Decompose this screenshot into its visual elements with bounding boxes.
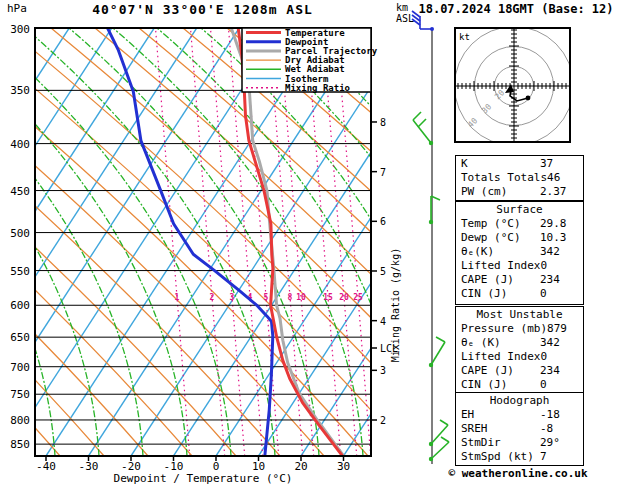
panel-row-label: K <box>461 157 540 171</box>
km-unit: km <box>396 2 414 13</box>
panel-row: EH-18 <box>456 408 583 422</box>
km-tick-label: 6 <box>380 216 386 227</box>
panel-row-value: 234 <box>540 273 578 287</box>
panel-row-value: -18 <box>540 408 578 422</box>
pressure-tick-label: 350 <box>10 84 30 97</box>
panel-row-value: 29° <box>540 436 578 450</box>
panel-row: θₑ(K)342 <box>456 245 583 259</box>
panel-row: SREH-8 <box>456 422 583 436</box>
panel-row: Pressure (mb)879 <box>456 322 583 336</box>
copyright: © weatheronline.co.uk <box>447 467 589 480</box>
wind-barb <box>429 196 440 224</box>
pressure-tick-label: 400 <box>10 138 30 151</box>
mixing-ratio-label: 3 <box>230 293 235 302</box>
panel-row-label: θₑ (K) <box>461 336 540 350</box>
panel-table-most-unstable: Most UnstablePressure (mb)879θₑ (K)342Li… <box>455 306 584 394</box>
panel-row: Lifted Index0 <box>456 259 583 273</box>
panel-row-label: EH <box>461 408 540 422</box>
wind-barb-tick <box>418 119 426 127</box>
km-tick-label: 5 <box>380 266 386 277</box>
wind-barb-tick <box>440 420 448 425</box>
panel-row: CIN (J)0 <box>456 378 583 392</box>
panel-row-label: PW (cm) <box>461 185 540 199</box>
wind-barb <box>429 337 445 367</box>
temp-tick-label: 20 <box>294 460 307 473</box>
datetime-title: 18.07.2024 18GMT (Base: 12) <box>403 2 629 16</box>
asl-unit: ASL <box>396 13 414 24</box>
wet-adiabat-line <box>597 28 629 456</box>
panel-row-value: 10.3 <box>540 231 578 245</box>
panel-row-value: 29.8 <box>540 217 578 231</box>
panel-row-value: 46 <box>547 171 578 185</box>
pressure-tick-label: 300 <box>10 23 30 36</box>
wind-barb-stem <box>431 342 445 365</box>
panel-row: PW (cm)2.37 <box>456 185 583 199</box>
panel-row-label: CIN (J) <box>461 287 540 301</box>
panel-row: Dewp (°C)10.3 <box>456 231 583 245</box>
mixing-axis-title: Mixing Ratio (g/kg) <box>390 248 401 362</box>
panel-row: CAPE (J)234 <box>456 273 583 287</box>
panel-row: Totals Totals46 <box>456 171 583 185</box>
panel-row-value: 2.37 <box>540 185 578 199</box>
km-tick-label: 8 <box>380 117 386 128</box>
wind-barb-tick <box>436 337 445 342</box>
panel-row-label: CIN (J) <box>461 378 540 392</box>
mixing-ratio-label: 1 <box>175 293 180 302</box>
temp-tick-label: 30 <box>337 460 350 473</box>
panel-row-label: Dewp (°C) <box>461 231 540 245</box>
panel-row-label: Lifted Index <box>461 350 540 364</box>
panel-table-header: Surface <box>456 203 583 217</box>
panel-row: CIN (J)0 <box>456 287 583 301</box>
panel-row-label: SREH <box>461 422 540 436</box>
pressure-tick-label: 600 <box>10 299 30 312</box>
km-tick-label: 2 <box>380 415 386 426</box>
panel-row: θₑ (K)342 <box>456 336 583 350</box>
panel-table-surface: SurfaceTemp (°C)29.8Dewp (°C)10.3θₑ(K)34… <box>455 201 584 305</box>
panel-row-value: 0 <box>540 287 578 301</box>
panel-row: StmDir29° <box>456 436 583 450</box>
pressure-tick-label: 850 <box>10 438 30 451</box>
temp-tick-label: -30 <box>79 460 99 473</box>
pressure-tick-label: 750 <box>10 388 30 401</box>
pressure-tick-label: 700 <box>10 361 30 374</box>
panel-row-label: CAPE (J) <box>461 364 540 378</box>
panel-row-value: 0 <box>540 350 578 364</box>
hodograph-unit-label: kt <box>459 32 470 42</box>
station-title: 40°07'N 33°00'E 1208m ASL <box>30 2 375 17</box>
dry-adiabat-line <box>0 28 60 456</box>
pressure-tick-label: 450 <box>10 185 30 198</box>
panel-table-header: Hodograph <box>456 394 583 408</box>
panel-row-value: 0 <box>540 259 578 273</box>
panel-row-label: StmSpd (kt) <box>461 450 540 464</box>
panel-table-hodograph: HodographEH-18SREH-8StmDir29°StmSpd (kt)… <box>455 392 584 466</box>
panel-row-label: Lifted Index <box>461 259 540 273</box>
mixing-ratio-label: 5 <box>264 293 269 302</box>
panel-row-value: 234 <box>540 364 578 378</box>
altitude-axis-unit: km ASL <box>396 2 414 24</box>
x-axis-title: Dewpoint / Temperature (°C) <box>114 472 293 485</box>
panel-row-label: Totals Totals <box>461 171 547 185</box>
dry-adiabat-line <box>0 28 280 456</box>
legend-label: Mixing Ratio <box>285 83 350 93</box>
pressure-tick-label: 500 <box>10 227 30 240</box>
hodograph-trace-dot <box>526 96 531 101</box>
panel-table-header: Most Unstable <box>456 308 583 322</box>
wind-barb-stem <box>431 442 449 459</box>
mixing-ratio-label: 20 <box>339 293 349 302</box>
mixing-ratio-label: 8 <box>288 293 293 302</box>
mixing-ratio-label: 10 <box>296 293 306 302</box>
pressure-tick-label: 800 <box>10 414 30 427</box>
pressure-tick-label: 650 <box>10 331 30 344</box>
panel-row-value: 879 <box>547 322 578 336</box>
wet-adiabat-line <box>25 28 275 456</box>
sounding-page: { "titles": { "station": "40°07'N 33°00'… <box>0 0 629 486</box>
wind-barb <box>413 112 433 145</box>
barb-link-dot <box>430 27 434 31</box>
panel-row-value: 7 <box>540 450 578 464</box>
mixing-ratio-label: 15 <box>323 293 333 302</box>
panel-row: Lifted Index0 <box>456 350 583 364</box>
panel-row: StmSpd (kt)7 <box>456 450 583 464</box>
panel-row-label: CAPE (J) <box>461 273 540 287</box>
mixing-ratio-label: 2 <box>210 293 215 302</box>
panel-row-label: Pressure (mb) <box>461 322 547 336</box>
